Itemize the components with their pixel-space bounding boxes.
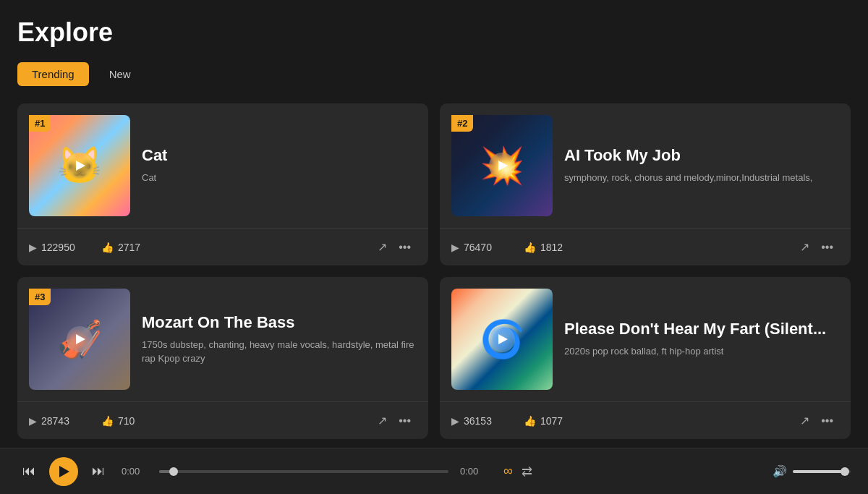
volume-fill bbox=[793, 470, 845, 473]
play-count-cat: ▶ 122950 bbox=[29, 242, 101, 253]
more-button-cat[interactable]: ••• bbox=[393, 238, 417, 257]
card-cat: #1 Cat Cat ▶ 122950 👍 2717 bbox=[17, 103, 428, 265]
card-bottom-mozart: ▶ 28743 👍 710 ↗ ••• bbox=[17, 401, 428, 439]
main-play-button[interactable] bbox=[49, 457, 78, 486]
volume-thumb bbox=[841, 467, 849, 476]
volume-bar[interactable] bbox=[793, 470, 851, 473]
share-button-mozart[interactable]: ↗ bbox=[372, 411, 393, 430]
card-info-cat: Cat Cat bbox=[142, 115, 417, 216]
player-bar: ⏮ ⏭ 0:00 0:00 ∞ ⇄ 🔊 bbox=[0, 448, 868, 494]
thumbnail-fart[interactable] bbox=[451, 289, 553, 390]
volume-icon: 🔊 bbox=[773, 464, 787, 478]
loop-icon[interactable]: ∞ bbox=[503, 464, 513, 479]
play-overlay-fart[interactable] bbox=[489, 326, 515, 352]
card-info-fart: Please Don't Hear My Fart (Silent... 202… bbox=[564, 289, 839, 390]
shuffle-icon[interactable]: ⇄ bbox=[522, 464, 532, 480]
thumbnail-wrapper-cat: #1 bbox=[29, 115, 130, 216]
like-count-val-fart: 1077 bbox=[540, 415, 563, 427]
card-top-cat: #1 Cat Cat bbox=[17, 103, 428, 228]
play-count-val-fart: 36153 bbox=[464, 415, 492, 427]
main-content: Explore Trending New #1 Cat Cat bbox=[0, 0, 868, 448]
more-button-mozart[interactable]: ••• bbox=[393, 412, 417, 430]
like-count-mozart: 👍 710 bbox=[101, 415, 174, 427]
play-icon-fart: ▶ bbox=[451, 415, 459, 427]
play-count-fart: ▶ 36153 bbox=[451, 415, 524, 427]
tab-new[interactable]: New bbox=[95, 62, 145, 86]
skip-prev-button[interactable]: ⏮ bbox=[17, 460, 41, 483]
share-button-fart[interactable]: ↗ bbox=[794, 411, 815, 430]
card-bottom-fart: ▶ 36153 👍 1077 ↗ ••• bbox=[440, 401, 851, 439]
like-icon-cat: 👍 bbox=[101, 242, 114, 253]
card-top-fart: Please Don't Hear My Fart (Silent... 202… bbox=[440, 277, 851, 401]
like-icon-fart: 👍 bbox=[524, 415, 536, 427]
thumbnail-wrapper-mozart: #3 bbox=[29, 289, 130, 390]
share-button-ai[interactable]: ↗ bbox=[794, 237, 815, 257]
tab-trending[interactable]: Trending bbox=[17, 62, 89, 86]
play-overlay-ai[interactable] bbox=[489, 153, 515, 179]
card-subtitle-mozart: 1750s dubstep, chanting, heavy male voca… bbox=[142, 338, 417, 366]
card-bottom-cat: ▶ 122950 👍 2717 ↗ ••• bbox=[17, 228, 428, 265]
thumbnail-wrapper-fart bbox=[451, 289, 553, 390]
card-subtitle-ai: symphony, rock, chorus and melody,minor,… bbox=[564, 171, 839, 185]
card-title-cat: Cat bbox=[142, 146, 417, 165]
card-ai: #2 AI Took My Job symphony, rock, chorus… bbox=[440, 103, 851, 265]
rank-badge-1: #1 bbox=[29, 115, 51, 132]
like-count-fart: 👍 1077 bbox=[524, 415, 596, 427]
play-icon-ai: ▶ bbox=[451, 242, 459, 253]
card-top-mozart: #3 Mozart On The Bass 1750s dubstep, cha… bbox=[17, 277, 428, 401]
current-time: 0:00 bbox=[122, 466, 148, 477]
progress-bar[interactable] bbox=[159, 470, 448, 473]
card-title-ai: AI Took My Job bbox=[564, 146, 839, 165]
like-count-val-ai: 1812 bbox=[540, 242, 563, 253]
play-count-val-cat: 122950 bbox=[41, 242, 75, 253]
play-overlay-mozart[interactable] bbox=[67, 326, 93, 352]
like-count-val-mozart: 710 bbox=[118, 415, 135, 427]
like-icon-mozart: 👍 bbox=[101, 415, 114, 427]
card-fart: Please Don't Hear My Fart (Silent... 202… bbox=[440, 277, 851, 439]
thumbnail-wrapper-ai: #2 bbox=[451, 115, 553, 216]
skip-next-button[interactable]: ⏭ bbox=[87, 460, 110, 483]
more-button-ai[interactable]: ••• bbox=[815, 238, 839, 257]
total-time: 0:00 bbox=[460, 466, 486, 477]
share-button-cat[interactable]: ↗ bbox=[372, 237, 393, 257]
like-icon-ai: 👍 bbox=[524, 242, 536, 253]
rank-badge-3: #3 bbox=[29, 289, 51, 305]
page-title: Explore bbox=[17, 17, 851, 48]
like-count-val-cat: 2717 bbox=[118, 242, 140, 253]
card-mozart: #3 Mozart On The Bass 1750s dubstep, cha… bbox=[17, 277, 428, 439]
play-count-val-mozart: 28743 bbox=[41, 415, 69, 427]
play-icon-mozart: ▶ bbox=[29, 415, 37, 427]
rank-badge-2: #2 bbox=[451, 115, 473, 132]
play-count-val-ai: 76470 bbox=[464, 242, 492, 253]
progress-thumb bbox=[169, 467, 178, 476]
card-title-mozart: Mozart On The Bass bbox=[142, 313, 417, 332]
cards-grid: #1 Cat Cat ▶ 122950 👍 2717 bbox=[17, 103, 851, 439]
card-subtitle-fart: 2020s pop rock ballad, ft hip-hop artist bbox=[564, 344, 839, 359]
extra-controls: ∞ ⇄ bbox=[503, 464, 532, 480]
more-button-fart[interactable]: ••• bbox=[815, 412, 839, 430]
tabs-bar: Trending New bbox=[17, 62, 851, 86]
card-top-ai: #2 AI Took My Job symphony, rock, chorus… bbox=[440, 103, 851, 228]
player-controls: ⏮ ⏭ bbox=[17, 457, 110, 486]
volume-area: 🔊 bbox=[773, 464, 851, 478]
play-count-mozart: ▶ 28743 bbox=[29, 415, 101, 427]
card-info-mozart: Mozart On The Bass 1750s dubstep, chanti… bbox=[142, 289, 417, 390]
card-bottom-ai: ▶ 76470 👍 1812 ↗ ••• bbox=[440, 228, 851, 265]
play-count-ai: ▶ 76470 bbox=[451, 242, 524, 253]
like-count-cat: 👍 2717 bbox=[101, 242, 174, 253]
play-icon-cat: ▶ bbox=[29, 242, 37, 253]
like-count-ai: 👍 1812 bbox=[524, 242, 596, 253]
card-subtitle-cat: Cat bbox=[142, 171, 417, 185]
play-overlay-cat[interactable] bbox=[67, 153, 93, 179]
card-info-ai: AI Took My Job symphony, rock, chorus an… bbox=[564, 115, 839, 216]
card-title-fart: Please Don't Hear My Fart (Silent... bbox=[564, 320, 839, 338]
